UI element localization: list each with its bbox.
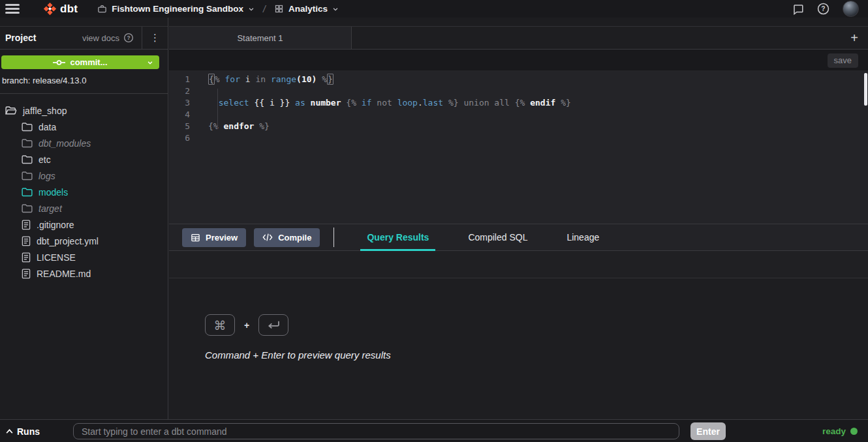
results-subheader: [169, 251, 868, 278]
account-switcher[interactable]: Fishtown Engineering Sandbox: [97, 4, 255, 14]
folder-icon: [22, 138, 33, 148]
runs-label: Runs: [17, 426, 40, 437]
tab-lineage[interactable]: Lineage: [561, 224, 604, 250]
enter-button[interactable]: Enter: [690, 422, 726, 440]
chat-bubble-icon: [792, 3, 804, 15]
branch-label: branch: release/4.13.0: [0, 69, 168, 94]
compile-button[interactable]: Compile: [254, 228, 320, 247]
statement-tab-strip: Statement 1 +: [169, 18, 868, 50]
folder-icon: [22, 203, 33, 213]
table-icon: [191, 233, 200, 243]
hamburger-menu-icon[interactable]: [5, 4, 20, 14]
tree-item-label: LICENSE: [37, 252, 76, 263]
kebab-icon: ⋮: [150, 32, 160, 44]
tree-item-dbt-project-yml[interactable]: dbt_project.yml: [0, 233, 168, 249]
folder-open-icon: [5, 106, 17, 115]
tree-item-label: dbt_modules: [39, 138, 91, 149]
file-tree: jaffle_shopdatadbt_modulesetclogsmodelst…: [0, 94, 168, 282]
shortcut-hint: ⌘ + Command + Enter to preview query res…: [205, 314, 868, 361]
tree-item-etc[interactable]: etc: [0, 151, 168, 168]
enter-key: [258, 314, 288, 336]
plus-icon: +: [850, 31, 858, 46]
tree-item-label: logs: [39, 171, 55, 181]
avatar[interactable]: [843, 1, 859, 17]
tree-item-dbt-modules[interactable]: dbt_modules: [0, 135, 168, 151]
sidebar-header: Project view docs ? ⋮: [0, 26, 168, 50]
folder-icon: [22, 122, 33, 132]
editor-toolbar: save: [169, 50, 868, 70]
toolbar-separator: [333, 228, 334, 247]
preview-button[interactable]: Preview: [182, 228, 246, 247]
tree-item-logs[interactable]: logs: [0, 168, 168, 184]
code-line-3: 3 select {{ i }} as number {% if not loo…: [169, 97, 868, 109]
tree-item-gitignore[interactable]: .gitignore: [0, 216, 168, 233]
code-line-5: 5{% endfor %}: [169, 121, 868, 132]
line-number: 2: [169, 85, 198, 97]
tree-item-label: data: [39, 122, 56, 132]
chevron-down-icon: [147, 59, 153, 66]
account-name: Fishtown Engineering Sandbox: [112, 4, 243, 14]
tab-statement-1[interactable]: Statement 1: [169, 27, 352, 49]
file-icon: [22, 236, 31, 246]
chat-button[interactable]: [792, 3, 804, 15]
folder-icon: [22, 155, 33, 164]
chevron-down-icon: [248, 6, 255, 12]
tree-item-readme-md[interactable]: README.md: [0, 265, 168, 282]
chevron-up-icon: [5, 428, 14, 435]
project-switcher[interactable]: Analytics: [274, 4, 339, 14]
line-number: 3: [169, 97, 198, 109]
indent-guide: [217, 89, 218, 129]
code-icon: [262, 233, 273, 242]
save-button[interactable]: save: [828, 53, 858, 68]
grid-icon: [274, 4, 284, 14]
command-key: ⌘: [205, 314, 235, 336]
tab-query-results[interactable]: Query Results: [362, 224, 434, 250]
code-lines: 1{% for i in range(10) %}23 select {{ i …: [169, 74, 868, 144]
file-icon: [22, 269, 31, 279]
svg-text:?: ?: [127, 35, 130, 41]
tree-item-label: README.md: [37, 269, 91, 279]
commit-button[interactable]: commit...: [1, 55, 159, 69]
tree-item-label: models: [39, 187, 68, 198]
code-line-6: 6: [169, 132, 868, 144]
file-icon: [22, 220, 31, 230]
new-statement-button[interactable]: +: [846, 30, 862, 46]
dbt-logo-text: dbt: [60, 3, 78, 16]
line-number: 6: [169, 132, 198, 144]
help-icon: ?: [817, 3, 829, 15]
view-docs-link[interactable]: view docs ?: [82, 33, 142, 43]
line-number: 4: [169, 109, 198, 121]
results-tabs: Query ResultsCompiled SQLLineage: [362, 224, 604, 250]
tree-item-data[interactable]: data: [0, 119, 168, 135]
code-line-4: 4: [169, 109, 868, 121]
briefcase-icon: [97, 4, 107, 14]
editor-scrollbar[interactable]: [864, 73, 867, 106]
hint-text: Command + Enter to preview query results: [205, 349, 868, 361]
question-circle-icon: ?: [123, 33, 134, 43]
tree-item-target[interactable]: target: [0, 200, 168, 216]
file-icon: [22, 252, 31, 263]
ready-status: ready: [822, 420, 858, 442]
top-bar: dbt Fishtown Engineering Sandbox / Analy…: [0, 0, 868, 18]
top-bar-right: ?: [792, 1, 868, 17]
folder-icon: [22, 171, 33, 181]
sidebar-menu-button[interactable]: ⋮: [142, 27, 168, 49]
sidebar-title: Project: [0, 33, 36, 43]
tree-item-models[interactable]: models: [0, 184, 168, 200]
dbt-logo: dbt: [43, 2, 78, 16]
runs-toggle[interactable]: Runs: [5, 420, 40, 442]
tab-compiled-sql[interactable]: Compiled SQL: [463, 224, 533, 250]
results-header: Preview Compile Query ResultsCompiled SQ…: [169, 224, 868, 251]
tree-item-label: .gitignore: [37, 220, 74, 230]
code-line-2: 2: [169, 85, 868, 97]
dbt-command-input[interactable]: [73, 423, 679, 439]
tree-item-license[interactable]: LICENSE: [0, 249, 168, 265]
tree-item-label: dbt_project.yml: [37, 236, 99, 246]
breadcrumb-separator: /: [263, 4, 266, 14]
folder-icon: [22, 187, 33, 197]
help-button[interactable]: ?: [817, 3, 829, 15]
code-editor[interactable]: 1{% for i in range(10) %}23 select {{ i …: [169, 70, 868, 224]
command-icon: ⌘: [214, 318, 226, 332]
tree-item-jaffle-shop[interactable]: jaffle_shop: [0, 102, 168, 119]
bottom-bar: Runs Enter ready: [0, 419, 868, 442]
